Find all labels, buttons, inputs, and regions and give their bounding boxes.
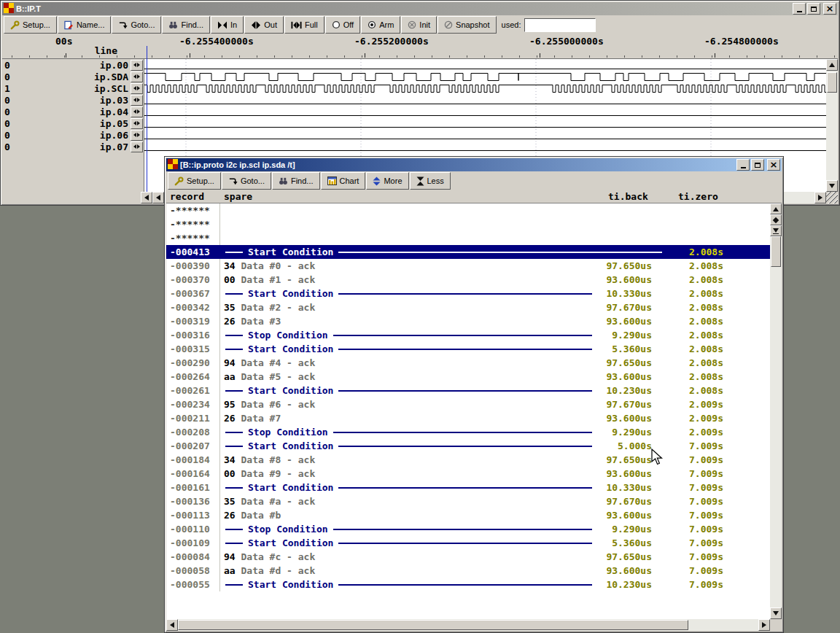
scroll-left-fast-button[interactable] <box>141 192 152 203</box>
arm-button[interactable]: Arm <box>361 16 400 34</box>
minimize-button[interactable] <box>736 159 750 171</box>
scroll-right-button[interactable] <box>758 619 770 631</box>
minimize-button[interactable] <box>793 3 806 15</box>
protocol-row[interactable]: -00023495 Data #6 - ack97.670us2.009s <box>166 397 770 411</box>
scroll-to-top-button[interactable] <box>770 203 782 214</box>
zoom-full-button[interactable]: Full <box>284 16 324 34</box>
signal-row-ip.05[interactable]: 0ip.05 <box>2 117 144 129</box>
more-button[interactable]: More <box>366 172 408 190</box>
scroll-to-bottom-button[interactable] <box>770 225 782 236</box>
init-button[interactable]: Init <box>401 16 437 34</box>
signal-spinner[interactable] <box>131 71 143 82</box>
protocol-window[interactable]: [B::ip.proto i2c ip.scl ip.sda /t] Setup… <box>164 156 784 633</box>
chart-button[interactable]: Chart <box>321 172 366 190</box>
protocol-row[interactable]: -00016400 Data #9 - ack93.600us7.009s <box>166 467 770 481</box>
protocol-row[interactable]: -00034235 Data #2 - ack97.670us2.008s <box>166 300 770 314</box>
off-button[interactable]: Off <box>325 16 360 34</box>
scroll-right-button[interactable] <box>814 192 826 203</box>
less-button[interactable]: Less <box>410 172 451 190</box>
column-ti-back[interactable]: ti.back <box>598 191 668 202</box>
protocol-row[interactable]: -00008494 Data #c - ack97.650us7.009s <box>166 550 770 564</box>
protocol-row[interactable]: -000207Start Condition5.000s7.009s <box>166 439 770 453</box>
proto-vscroll-track[interactable] <box>770 236 782 607</box>
protocol-row-filler[interactable]: -****** <box>166 203 770 217</box>
proto-titlebar[interactable]: [B::ip.proto i2c ip.scl ip.sda /t] <box>166 158 782 171</box>
name-button[interactable]: Name... <box>58 16 112 34</box>
protocol-row[interactable]: -000261Start Condition10.230us2.008s <box>166 384 770 397</box>
protocol-row[interactable]: -00037000 Data #1 - ack93.600us2.008s <box>166 273 770 287</box>
main-titlebar[interactable]: B::IP.T <box>2 2 838 15</box>
time-cursor[interactable] <box>147 46 147 192</box>
signal-row-ip.SCL[interactable]: 1ip.SCL <box>2 82 144 94</box>
signal-row-ip.04[interactable]: 0ip.04 <box>2 106 144 117</box>
protocol-row[interactable]: -000161Start Condition10.330us7.009s <box>166 481 770 494</box>
protocol-row[interactable]: -00029094 Data #4 - ack97.650us2.008s <box>166 356 770 370</box>
protocol-row[interactable]: -000264aa Data #5 - ack93.600us2.008s <box>166 370 770 384</box>
protocol-vscrollbar[interactable] <box>770 203 782 619</box>
protocol-row[interactable]: -000208Stop Condition9.290us2.009s <box>166 425 770 439</box>
proto-hscroll-track[interactable] <box>178 619 758 631</box>
signal-row-ip.07[interactable]: 0ip.07 <box>2 141 144 152</box>
column-ti-zero[interactable]: ti.zero <box>668 191 738 202</box>
protocol-row[interactable]: -000110Stop Condition9.290us7.009s <box>166 522 770 536</box>
signal-row-ip.00[interactable]: 0ip.00 <box>2 59 144 71</box>
proto-vscroll-thumb[interactable] <box>771 236 781 267</box>
protocol-row-filler[interactable]: -****** <box>166 231 770 245</box>
find-button[interactable]: Find... <box>272 172 320 190</box>
protocol-row-selected[interactable]: -000413Start Condition2.008s <box>166 245 770 259</box>
scroll-sync-button[interactable] <box>770 214 782 225</box>
protocol-row[interactable]: -000315Start Condition5.360us2.008s <box>166 342 770 356</box>
signal-spinner[interactable] <box>131 60 143 71</box>
goto-button[interactable]: Goto... <box>112 16 161 34</box>
column-spare[interactable]: spare <box>220 191 598 202</box>
maximize-button[interactable] <box>807 3 820 15</box>
time-ruler[interactable]: line 00s-6.255400000s-6.255200000s-6.255… <box>2 34 838 59</box>
signal-spinner[interactable] <box>131 83 143 94</box>
protocol-row[interactable]: -000109Start Condition5.360us7.009s <box>166 536 770 550</box>
close-button[interactable] <box>823 3 836 15</box>
scroll-left-button[interactable] <box>166 619 178 631</box>
column-record[interactable]: record <box>166 191 220 202</box>
protocol-row[interactable]: -000058aa Data #d - ack93.600us7.009s <box>166 564 770 578</box>
resize-grip[interactable] <box>826 192 838 203</box>
protocol-row[interactable]: -00011326 Data #b93.600us7.009s <box>166 508 770 522</box>
scroll-up-button[interactable] <box>826 59 838 71</box>
ti-back-value: 9.290us <box>598 328 668 342</box>
protocol-row[interactable]: -00021126 Data #793.600us2.009s <box>166 411 770 425</box>
close-button[interactable] <box>767 159 780 171</box>
protocol-row[interactable]: -00039034 Data #0 - ack97.650us2.008s <box>166 259 770 273</box>
signal-spinner[interactable] <box>131 106 143 117</box>
maximize-button[interactable] <box>751 159 764 171</box>
setup-button[interactable]: Setup... <box>168 172 221 190</box>
zoom-in-button[interactable]: In <box>211 16 244 34</box>
protocol-hscrollbar[interactable] <box>166 619 782 631</box>
setup-button[interactable]: Setup... <box>4 16 57 34</box>
waveform-vscrollbar[interactable] <box>826 59 838 192</box>
ti-back-value: 93.600us <box>598 564 668 578</box>
protocol-row[interactable]: -000367Start Condition10.330us2.008s <box>166 287 770 300</box>
protocol-rows: -******-******-******-000413Start Condit… <box>166 203 770 619</box>
scroll-left-button[interactable] <box>152 192 164 203</box>
protocol-row[interactable]: -00031926 Data #393.600us2.008s <box>166 314 770 328</box>
goto-button[interactable]: Goto... <box>222 172 271 190</box>
find-button[interactable]: Find... <box>162 16 210 34</box>
vscroll-track[interactable] <box>826 71 838 180</box>
protocol-row-filler[interactable]: -****** <box>166 217 770 231</box>
zoom-out-button[interactable]: Out <box>244 16 284 34</box>
protocol-row[interactable]: -00013635 Data #a - ack97.670us7.009s <box>166 494 770 508</box>
protocol-row[interactable]: -000055Start Condition10.230us7.009s <box>166 578 770 591</box>
signal-spinner[interactable] <box>131 130 143 141</box>
signal-spinner[interactable] <box>131 118 143 129</box>
signal-row-ip.06[interactable]: 0ip.06 <box>2 129 144 141</box>
scroll-down-button[interactable] <box>770 607 782 619</box>
signal-spinner[interactable] <box>131 141 143 152</box>
signal-row-ip.03[interactable]: 0ip.03 <box>2 94 144 106</box>
signal-row-ip.SDA[interactable]: 0ip.SDA <box>2 71 144 82</box>
vscroll-thumb[interactable] <box>827 72 837 93</box>
protocol-row[interactable]: -000316Stop Condition9.290us2.008s <box>166 328 770 342</box>
proto-hscroll-thumb[interactable] <box>178 620 688 630</box>
snapshot-button[interactable]: Snapshot <box>438 16 496 34</box>
scroll-down-button[interactable] <box>826 180 838 192</box>
protocol-row[interactable]: -00018434 Data #8 - ack97.650us7.009s <box>166 453 770 467</box>
signal-spinner[interactable] <box>131 95 143 106</box>
